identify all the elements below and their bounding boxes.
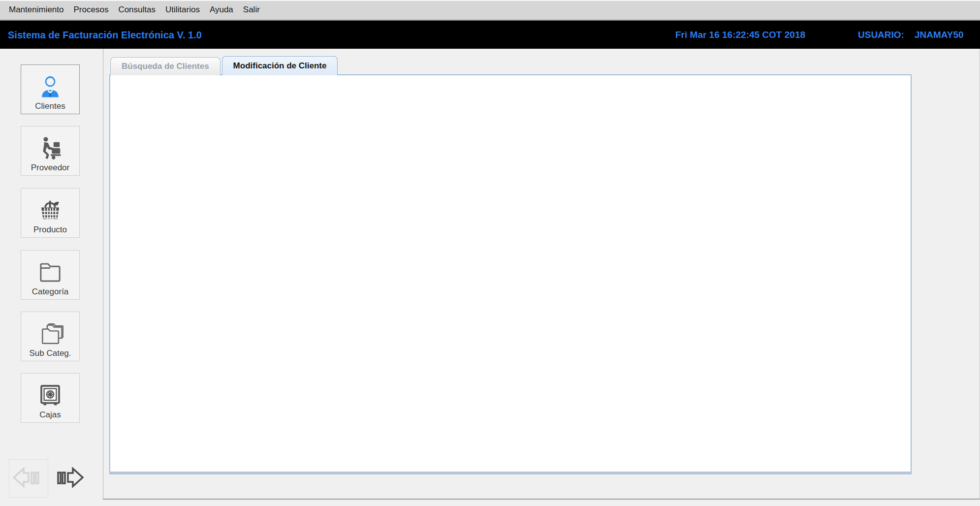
folder-icon <box>37 259 63 285</box>
nav-back-button <box>9 459 48 498</box>
menu-salir[interactable]: Salir <box>238 5 265 15</box>
title-bar: Sistema de Facturación Electrónica V. 1.… <box>0 21 980 49</box>
menu-procesos[interactable]: Procesos <box>69 5 114 15</box>
sidebar-item-label: Clientes <box>35 101 65 111</box>
application-window: Mantenimiento Procesos Consultas Utilita… <box>0 0 980 506</box>
folders-stack-icon <box>37 320 63 347</box>
basket-icon <box>37 197 63 223</box>
user-label: USUARIO: <box>858 30 904 40</box>
menu-mantenimiento[interactable]: Mantenimiento <box>4 5 69 15</box>
menu-utilitarios[interactable]: Utilitarios <box>160 5 205 15</box>
tab-modificacion-cliente[interactable]: Modificación de Cliente <box>222 56 338 75</box>
user-icon <box>37 73 63 100</box>
menu-bar: Mantenimiento Procesos Consultas Utilita… <box>0 0 980 21</box>
sidebar-item-label: Proveedor <box>31 163 69 173</box>
menu-consultas[interactable]: Consultas <box>113 5 160 15</box>
tab-strip: Búsqueda de Clientes Modificación de Cli… <box>110 56 339 75</box>
sidebar-item-cajas[interactable]: Cajas <box>21 373 80 423</box>
username-value: JNAMAY50 <box>915 30 964 40</box>
sidebar-item-subcategoria[interactable]: Sub Categ. <box>21 312 80 361</box>
tab-content <box>109 74 912 474</box>
sidebar-item-label: Producto <box>33 225 67 235</box>
sidebar-item-clientes[interactable]: Clientes <box>21 64 80 114</box>
supplier-cart-icon <box>37 135 63 161</box>
sidebar-item-categoria[interactable]: Categoría <box>21 250 80 300</box>
safe-icon <box>37 382 63 409</box>
sidebar-item-proveedor[interactable]: Proveedor <box>21 126 80 176</box>
sidebar-item-label: Categoría <box>32 287 69 297</box>
sidebar-item-label: Sub Categ. <box>29 348 71 358</box>
menu-ayuda[interactable]: Ayuda <box>205 5 238 15</box>
back-arrow-icon <box>11 465 46 492</box>
nav-forward-button[interactable] <box>51 459 91 498</box>
forward-arrow-icon <box>53 465 89 492</box>
sidebar-item-label: Cajas <box>39 410 61 420</box>
app-title: Sistema de Facturación Electrónica V. 1.… <box>8 29 202 40</box>
tab-busqueda-clientes[interactable]: Búsqueda de Clientes <box>110 57 221 75</box>
sidebar-item-producto[interactable]: Producto <box>21 188 80 238</box>
datetime-display: Fri Mar 16 16:22:45 COT 2018 <box>675 30 805 40</box>
